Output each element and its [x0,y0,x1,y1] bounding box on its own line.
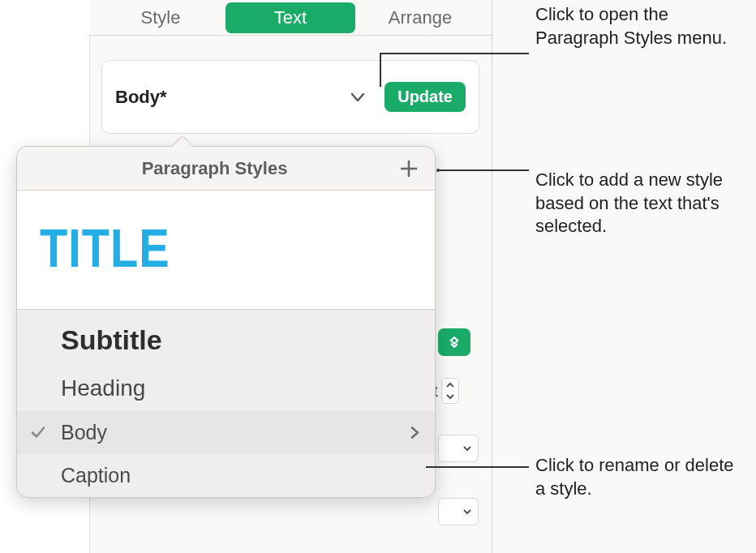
style-item-caption[interactable]: Caption [17,454,435,497]
plus-icon [398,158,419,179]
style-list: Subtitle Heading Body Caption [17,310,435,497]
tab-text[interactable]: Text [226,2,355,33]
checkmark-icon [30,421,46,444]
paragraph-styles-popover: Paragraph Styles TITLE Subtitle Heading … [16,146,436,498]
tab-arrange[interactable]: Arrange [355,2,485,33]
style-item-label: Subtitle [61,324,162,356]
chevron-down-icon [349,88,367,106]
annotation-add-style: Click to add a new style based on the te… [535,169,746,238]
annotation-open-menu: Click to open the Paragraph Styles menu. [535,3,746,49]
inspector-tabs: Style Text Arrange [89,0,492,36]
title-style-preview[interactable]: TITLE [17,191,435,310]
inspector-panel: Style Text Arrange Body* Update [89,0,492,134]
chevron-up-icon [445,379,456,391]
svg-point-2 [436,169,440,172]
tab-style[interactable]: Style [96,2,226,33]
style-item-label: Heading [61,375,145,401]
style-item-label: Body [61,421,107,444]
color-well[interactable] [438,328,470,356]
add-style-button[interactable] [397,157,420,180]
style-item-heading[interactable]: Heading [17,366,435,411]
dropdown-b[interactable] [438,498,479,525]
chevron-down-icon [462,443,473,454]
stepper-control[interactable] [441,378,459,404]
chevron-down-icon [445,391,456,402]
update-button[interactable]: Update [384,82,466,112]
chevron-right-icon [409,425,420,439]
dropdown-a[interactable] [438,435,479,462]
popover-title: Paragraph Styles [32,158,397,179]
annotation-rename-delete: Click to rename or delete a style. [535,454,746,500]
popover-header: Paragraph Styles [17,147,435,191]
style-item-subtitle[interactable]: Subtitle [17,310,435,366]
panel-right-border [492,0,492,553]
style-item-submenu-button[interactable] [409,421,420,444]
current-style-name: Body* [115,87,349,108]
title-preview-text: TITLE [40,222,412,276]
style-item-label: Caption [61,464,131,487]
paragraph-style-selector[interactable]: Body* Update [101,60,479,134]
popover-arrow [171,136,192,147]
chevron-down-icon [462,506,473,517]
style-item-body[interactable]: Body [17,411,435,454]
